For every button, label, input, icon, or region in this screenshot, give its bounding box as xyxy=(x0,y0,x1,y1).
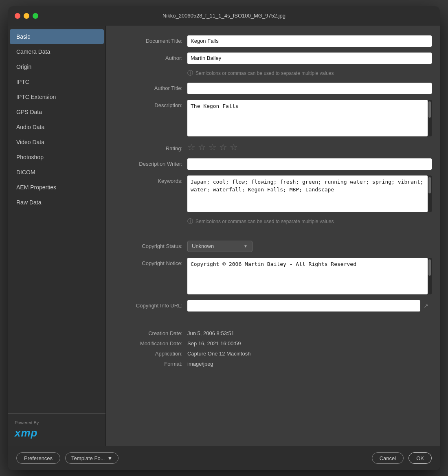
keywords-scrollbar[interactable] xyxy=(428,175,432,212)
copyright-url-label: Copyright Info URL: xyxy=(114,300,187,309)
application-value: Capture One 12 Macintosh xyxy=(187,351,250,357)
format-label: Format: xyxy=(114,361,187,367)
sidebar-item-gps-data[interactable]: GPS Data xyxy=(10,105,104,119)
modification-date-row: Modification Date: Sep 16, 2021 16:00:59 xyxy=(114,340,432,347)
creation-date-row: Creation Date: Jun 5, 2006 8:53:51 xyxy=(114,330,432,336)
keywords-wrapper xyxy=(187,175,432,212)
copyright-notice-scrollbar[interactable] xyxy=(428,258,432,294)
keywords-textarea[interactable] xyxy=(187,175,428,212)
copyright-notice-scrollbar-thumb xyxy=(428,259,431,276)
description-scrollbar-thumb xyxy=(428,101,431,118)
format-value: image/jpeg xyxy=(187,361,213,367)
copyright-status-label: Copyright Status: xyxy=(114,241,187,249)
title-bar: Nikko_20060528_f_11_1_4s_ISO100_MG_9752.… xyxy=(8,6,440,26)
copyright-status-wrapper: Unknown Copyrighted Public Domain ▼ xyxy=(187,241,269,252)
main-window: Nikko_20060528_f_11_1_4s_ISO100_MG_9752.… xyxy=(8,6,440,470)
document-title-row: Document Title: xyxy=(114,35,432,47)
window-controls xyxy=(15,13,38,19)
description-scrollbar[interactable] xyxy=(428,100,432,136)
sidebar-footer: Powered By xmp xyxy=(8,413,105,446)
sidebar-item-dicom[interactable]: DICOM xyxy=(10,165,104,180)
copyright-notice-wrapper xyxy=(187,258,432,294)
star-rating[interactable]: ☆ ☆ ☆ ☆ ☆ xyxy=(187,142,238,153)
sidebar-item-photoshop[interactable]: Photoshop xyxy=(10,150,104,165)
copyright-url-wrapper: ↗ xyxy=(187,300,432,311)
sidebar: Basic Camera Data Origin IPTC IPTC Exten… xyxy=(8,26,106,446)
cancel-button[interactable]: Cancel xyxy=(372,452,404,464)
author-hint-row: ⓘ Semicolons or commas can be used to se… xyxy=(114,70,432,77)
sidebar-item-aem-properties[interactable]: AEM Properties xyxy=(10,180,104,195)
description-textarea[interactable] xyxy=(187,100,428,136)
sidebar-item-raw-data[interactable]: Raw Data xyxy=(10,195,104,210)
star-5[interactable]: ☆ xyxy=(230,142,238,153)
description-writer-wrapper xyxy=(187,158,432,170)
copyright-url-row: Copyright Info URL: ↗ xyxy=(114,300,432,311)
template-chevron-icon: ▼ xyxy=(107,455,112,461)
minimize-button[interactable] xyxy=(24,13,29,19)
preferences-button[interactable]: Preferences xyxy=(16,452,60,464)
powered-by-label: Powered By xyxy=(15,420,99,425)
sidebar-nav: Basic Camera Data Origin IPTC IPTC Exten… xyxy=(8,26,105,413)
creation-date-value: Jun 5, 2006 8:53:51 xyxy=(187,330,234,336)
format-row: Format: image/jpeg xyxy=(114,361,432,367)
close-button[interactable] xyxy=(15,13,20,19)
description-writer-input[interactable] xyxy=(187,158,432,170)
application-row: Application: Capture One 12 Macintosh xyxy=(114,351,432,357)
description-wrapper xyxy=(187,100,432,136)
author-title-wrapper xyxy=(187,83,432,94)
sidebar-item-origin[interactable]: Origin xyxy=(10,59,104,74)
window-title: Nikko_20060528_f_11_1_4s_ISO100_MG_9752.… xyxy=(163,13,285,19)
author-title-row: Author Title: xyxy=(114,83,432,94)
copyright-url-input[interactable] xyxy=(187,300,420,311)
copyright-notice-textarea[interactable] xyxy=(187,258,428,294)
sidebar-item-audio-data[interactable]: Audio Data xyxy=(10,120,104,134)
author-input[interactable] xyxy=(187,53,432,64)
description-writer-label: Description Writer: xyxy=(114,158,187,167)
author-title-label: Author Title: xyxy=(114,83,187,91)
maximize-button[interactable] xyxy=(33,13,38,19)
copyright-notice-row: Copyright Notice: xyxy=(114,258,432,294)
info-icon: ⓘ xyxy=(187,70,193,77)
author-hint-text: Semicolons or commas can be used to sepa… xyxy=(195,70,334,76)
author-row: Author: xyxy=(114,53,432,64)
copyright-status-select[interactable]: Unknown Copyrighted Public Domain xyxy=(187,241,253,252)
author-wrapper xyxy=(187,53,432,64)
star-2[interactable]: ☆ xyxy=(198,142,206,153)
document-title-label: Document Title: xyxy=(114,35,187,44)
url-go-button[interactable]: ↗ xyxy=(420,300,432,311)
ok-button[interactable]: OK xyxy=(408,452,432,464)
content-area: Document Title: Author: ⓘ Semicolons or … xyxy=(106,26,440,446)
keywords-hint-row: ⓘ Semicolons or commas can be used to se… xyxy=(114,218,432,225)
bottom-bar: Preferences Template Fo... ▼ Cancel OK xyxy=(8,446,440,470)
main-content: Basic Camera Data Origin IPTC IPTC Exten… xyxy=(8,26,440,446)
document-title-input[interactable] xyxy=(187,35,432,47)
star-3[interactable]: ☆ xyxy=(209,142,217,153)
rating-label: Rating: xyxy=(114,143,187,151)
modification-date-value: Sep 16, 2021 16:00:59 xyxy=(187,340,241,347)
keywords-info-icon: ⓘ xyxy=(187,218,193,225)
sidebar-item-basic[interactable]: Basic xyxy=(10,29,104,44)
creation-date-label: Creation Date: xyxy=(114,330,187,336)
description-writer-row: Description Writer: xyxy=(114,158,432,170)
sidebar-item-camera-data[interactable]: Camera Data xyxy=(10,44,104,59)
keywords-hint-text: Semicolons or commas can be used to sepa… xyxy=(195,219,334,224)
template-button[interactable]: Template Fo... ▼ xyxy=(65,452,119,464)
document-title-wrapper xyxy=(187,35,432,47)
author-label: Author: xyxy=(114,53,187,61)
sidebar-item-iptc[interactable]: IPTC xyxy=(10,75,104,89)
keywords-scrollbar-thumb xyxy=(428,177,431,193)
keywords-row: Keywords: xyxy=(114,175,432,212)
sidebar-item-video-data[interactable]: Video Data xyxy=(10,135,104,149)
sidebar-item-iptc-extension[interactable]: IPTC Extension xyxy=(10,90,104,104)
rating-row: Rating: ☆ ☆ ☆ ☆ ☆ xyxy=(114,142,432,153)
metadata-section: Creation Date: Jun 5, 2006 8:53:51 Modif… xyxy=(114,327,432,367)
author-title-input[interactable] xyxy=(187,83,432,94)
description-label: Description: xyxy=(114,100,187,108)
separator-2 xyxy=(114,317,432,327)
star-4[interactable]: ☆ xyxy=(219,142,227,153)
description-row: Description: xyxy=(114,100,432,136)
application-label: Application: xyxy=(114,351,187,357)
modification-date-label: Modification Date: xyxy=(114,340,187,347)
copyright-notice-label: Copyright Notice: xyxy=(114,258,187,266)
star-1[interactable]: ☆ xyxy=(187,142,195,153)
